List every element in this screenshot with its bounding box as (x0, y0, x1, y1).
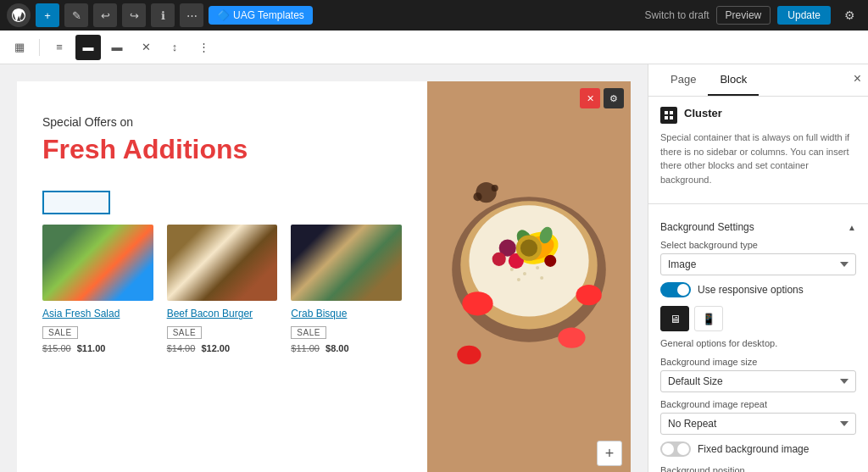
chevron-up-icon: ▲ (848, 223, 856, 232)
toolbar-divider (39, 39, 40, 56)
svg-point-9 (544, 255, 556, 267)
mobile-tab[interactable]: 📱 (694, 306, 723, 331)
block-view-btn[interactable]: ▦ (7, 35, 32, 60)
device-tabs: 🖥 📱 (660, 306, 856, 331)
prices-3: $11.00 $8.00 (291, 343, 402, 353)
svg-point-21 (510, 268, 514, 271)
edit-btn[interactable]: ✎ (64, 3, 88, 27)
new-price-1: $11.00 (77, 343, 106, 353)
align-full-btn[interactable]: ▬ (104, 35, 130, 60)
svg-point-13 (576, 285, 601, 305)
fixed-bg-toggle[interactable] (660, 441, 691, 457)
align-left-btn[interactable]: ≡ (47, 35, 72, 60)
info-btn[interactable]: ℹ (151, 3, 175, 27)
svg-rect-27 (670, 111, 673, 114)
cluster-header: Cluster (660, 107, 856, 124)
new-price-2: $12.00 (201, 343, 230, 353)
add-block-bottom-btn[interactable]: + (597, 441, 622, 466)
tab-page[interactable]: Page (659, 64, 708, 96)
bg-repeat-select[interactable]: No Repeat Repeat Repeat-X Repeat-Y (660, 413, 856, 435)
update-btn[interactable]: Update (777, 6, 831, 25)
fixed-bg-row: Fixed background image (660, 441, 856, 457)
switch-draft-btn[interactable]: Switch to draft (645, 9, 709, 21)
main-layout: Special Offers on Fresh Additions Asia F… (0, 64, 868, 472)
product-name-1[interactable]: Asia Fresh Salad (42, 308, 153, 319)
bg-repeat-field: Background image repeat No Repeat Repeat… (660, 399, 856, 435)
old-price-3: $11.00 (291, 343, 320, 353)
editor-area: Special Offers on Fresh Additions Asia F… (0, 64, 648, 472)
prices-2: $14.00 $12.00 (167, 343, 278, 353)
svg-point-25 (540, 276, 543, 280)
tab-block[interactable]: Block (708, 64, 759, 96)
device-hint: General options for desktop. (660, 338, 856, 348)
fixed-bg-label: Fixed background image (698, 443, 809, 455)
svg-point-12 (457, 346, 481, 364)
undo-btn[interactable]: ↩ (93, 3, 117, 27)
product-name-3[interactable]: Crab Bisque (291, 308, 402, 319)
bg-repeat-label: Background image repeat (660, 399, 856, 409)
selection-overlay (42, 191, 110, 214)
svg-point-10 (462, 292, 492, 315)
cluster-info: Cluster (684, 107, 722, 119)
bg-type-field: Select background type Image Color Gradi… (660, 240, 856, 275)
responsive-label: Use responsive options (698, 284, 804, 296)
delete-image-btn[interactable]: ✕ (580, 88, 600, 108)
cluster-section: Cluster Special container that is always… (648, 97, 868, 197)
image-controls: ✕ ⚙ (580, 88, 624, 108)
bg-type-label: Select background type (660, 240, 856, 250)
delete-btn[interactable]: ✕ (133, 35, 159, 60)
svg-point-20 (520, 240, 537, 257)
svg-rect-28 (665, 116, 668, 119)
more-options-btn[interactable]: ⋮ (191, 35, 216, 60)
svg-point-15 (473, 192, 481, 201)
panel-close-btn[interactable]: × (854, 71, 861, 86)
bg-settings-title: Background Settings ▲ (660, 221, 856, 233)
responsive-toggle-row: Use responsive options (660, 282, 856, 297)
align-wide-btn[interactable]: ▬ (75, 35, 101, 60)
product-image-2 (167, 225, 278, 301)
cluster-description: Special container that is always on full… (660, 130, 856, 186)
desktop-tab[interactable]: 🖥 (660, 306, 689, 331)
settings-gear-btn[interactable]: ⚙ (837, 3, 861, 27)
left-panel: Special Offers on Fresh Additions Asia F… (17, 81, 427, 472)
sale-badge-3: SALE (291, 326, 326, 339)
bg-image-size-select[interactable]: Default Size Cover Contain (660, 370, 856, 392)
content-block: Special Offers on Fresh Additions Asia F… (17, 81, 631, 472)
product-image-3 (291, 225, 402, 301)
svg-point-22 (523, 272, 526, 275)
bg-image-size-field: Background image size Default Size Cover… (660, 357, 856, 392)
svg-point-11 (558, 328, 585, 348)
settings-image-btn[interactable]: ⚙ (604, 88, 624, 108)
redo-btn[interactable]: ↪ (122, 3, 146, 27)
add-block-btn[interactable]: + (36, 3, 59, 27)
svg-rect-29 (670, 116, 673, 119)
svg-point-16 (492, 185, 498, 192)
product-card-2: Beef Bacon Burger SALE $14.00 $12.00 (167, 225, 278, 353)
product-card-1: Asia Fresh Salad SALE $15.00 $11.00 (42, 225, 153, 353)
bg-type-select[interactable]: Image Color Gradient Video (660, 253, 856, 275)
uag-icon: 🔷 (217, 9, 230, 21)
top-bar: + ✎ ↩ ↪ ℹ ⋯ 🔷 UAG Templates Switch to dr… (0, 0, 868, 31)
product-image-1 (42, 225, 153, 301)
svg-point-23 (536, 266, 539, 269)
uag-templates-btn[interactable]: 🔷 UAG Templates (209, 6, 313, 25)
right-panel: Page Block × Cluster Special container t… (648, 64, 868, 472)
new-price-3: $8.00 (326, 343, 349, 353)
cluster-title: Cluster (684, 107, 722, 119)
top-bar-right: Switch to draft Preview Update ⚙ (645, 3, 861, 27)
responsive-toggle[interactable] (660, 282, 691, 297)
separator-1 (648, 203, 868, 204)
prices-1: $15.00 $11.00 (42, 343, 153, 353)
wordpress-logo (7, 3, 31, 27)
product-card-3: Crab Bisque SALE $11.00 $8.00 (291, 225, 402, 353)
product-name-2[interactable]: Beef Bacon Burger (167, 308, 278, 319)
cluster-icon (660, 107, 677, 124)
bg-image-size-label: Background image size (660, 357, 856, 367)
sale-badge-2: SALE (167, 326, 203, 339)
dots-btn[interactable]: ⋯ (180, 3, 203, 27)
fresh-additions-heading: Fresh Additions (42, 134, 402, 165)
move-btn[interactable]: ↕ (162, 35, 187, 60)
special-offers-text: Special Offers on (42, 115, 402, 129)
sale-badge-1: SALE (42, 326, 78, 339)
preview-btn[interactable]: Preview (716, 6, 771, 25)
